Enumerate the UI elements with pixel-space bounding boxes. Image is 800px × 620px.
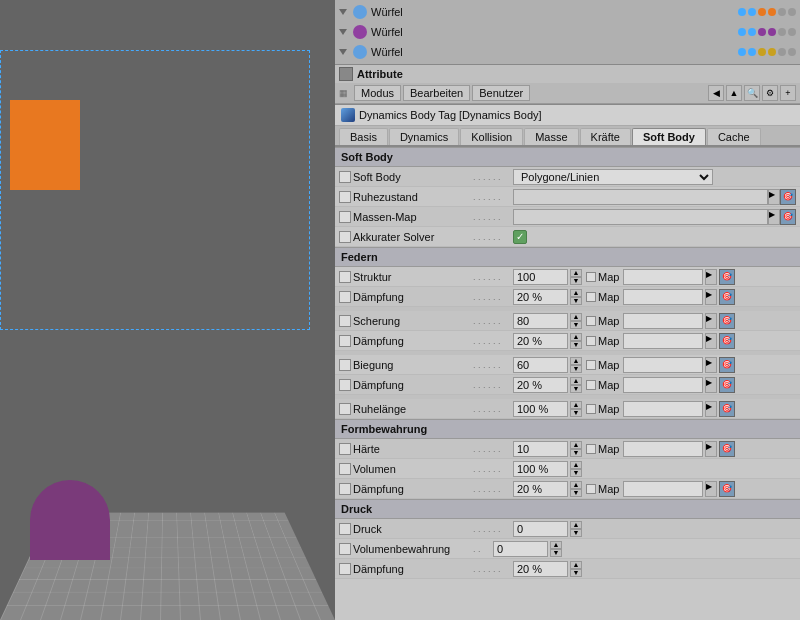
- map-btn1[interactable]: ▶: [705, 313, 717, 329]
- struktur-checkbox[interactable]: [339, 271, 351, 283]
- ruhelaenge-input[interactable]: [513, 401, 568, 417]
- map-checkbox[interactable]: [586, 444, 596, 454]
- dampfung4-checkbox[interactable]: [339, 483, 351, 495]
- volumenbewahrung-input[interactable]: [493, 541, 548, 557]
- tab-dynamics[interactable]: Dynamics: [389, 128, 459, 145]
- haerte-input[interactable]: [513, 441, 568, 457]
- map-btn1[interactable]: ▶: [705, 357, 717, 373]
- spin-down[interactable]: ▼: [570, 409, 582, 417]
- spin-down[interactable]: ▼: [550, 549, 562, 557]
- spin-down[interactable]: ▼: [570, 341, 582, 349]
- dampfung5-input[interactable]: [513, 561, 568, 577]
- map-input[interactable]: [623, 441, 703, 457]
- spin-up[interactable]: ▲: [570, 377, 582, 385]
- volumen-checkbox[interactable]: [339, 463, 351, 475]
- volumenbewahrung-checkbox[interactable]: [339, 543, 351, 555]
- list-item[interactable]: Würfel: [335, 42, 800, 62]
- ruhelaenge-checkbox[interactable]: [339, 403, 351, 415]
- dampfung1-input[interactable]: [513, 289, 568, 305]
- up-icon[interactable]: ▲: [726, 85, 742, 101]
- spin-down[interactable]: ▼: [570, 529, 582, 537]
- spin-down[interactable]: ▼: [570, 277, 582, 285]
- spin-down[interactable]: ▼: [570, 321, 582, 329]
- map-checkbox[interactable]: [586, 404, 596, 414]
- haerte-checkbox[interactable]: [339, 443, 351, 455]
- dampfung2-input[interactable]: [513, 333, 568, 349]
- ruhezustand-input[interactable]: [513, 189, 768, 205]
- map-btn1[interactable]: ▶: [705, 377, 717, 393]
- spin-up[interactable]: ▲: [570, 441, 582, 449]
- tab-kraefte[interactable]: Kräfte: [580, 128, 631, 145]
- tab-softbody[interactable]: Soft Body: [632, 128, 706, 145]
- spin-down[interactable]: ▼: [570, 569, 582, 577]
- settings-icon[interactable]: ⚙: [762, 85, 778, 101]
- map-btn2[interactable]: 🎯: [719, 289, 735, 305]
- benutzer-button[interactable]: Benutzer: [472, 85, 530, 101]
- map-input[interactable]: [623, 401, 703, 417]
- tab-basis[interactable]: Basis: [339, 128, 388, 145]
- scherung-checkbox[interactable]: [339, 315, 351, 327]
- map-btn2[interactable]: 🎯: [719, 481, 735, 497]
- map-btn2[interactable]: 🎯: [719, 377, 735, 393]
- dampfung5-checkbox[interactable]: [339, 563, 351, 575]
- map-input[interactable]: [623, 481, 703, 497]
- struktur-input[interactable]: [513, 269, 568, 285]
- map-checkbox[interactable]: [586, 272, 596, 282]
- map-btn1[interactable]: ▶: [705, 289, 717, 305]
- map-btn2[interactable]: 🎯: [719, 441, 735, 457]
- spin-up[interactable]: ▲: [570, 401, 582, 409]
- spin-down[interactable]: ▼: [570, 469, 582, 477]
- bearbeiten-button[interactable]: Bearbeiten: [403, 85, 470, 101]
- spin-up[interactable]: ▲: [570, 561, 582, 569]
- tab-masse[interactable]: Masse: [524, 128, 578, 145]
- map-input[interactable]: [623, 377, 703, 393]
- map-btn2[interactable]: 🎯: [719, 401, 735, 417]
- map-btn2[interactable]: 🎯: [719, 313, 735, 329]
- ruhezustand-btn2[interactable]: 🎯: [780, 189, 796, 205]
- map-input[interactable]: [623, 269, 703, 285]
- massen-map-input[interactable]: [513, 209, 768, 225]
- spin-down[interactable]: ▼: [570, 365, 582, 373]
- map-input[interactable]: [623, 289, 703, 305]
- softbody-checkbox[interactable]: [339, 171, 351, 183]
- dampfung1-checkbox[interactable]: [339, 291, 351, 303]
- massen-map-btn1[interactable]: ▶: [768, 209, 780, 225]
- map-btn2[interactable]: 🎯: [719, 357, 735, 373]
- search-icon[interactable]: 🔍: [744, 85, 760, 101]
- spin-down[interactable]: ▼: [570, 297, 582, 305]
- map-checkbox[interactable]: [586, 360, 596, 370]
- map-btn2[interactable]: 🎯: [719, 269, 735, 285]
- map-btn2[interactable]: 🎯: [719, 333, 735, 349]
- map-checkbox[interactable]: [586, 292, 596, 302]
- map-checkbox[interactable]: [586, 380, 596, 390]
- map-btn1[interactable]: ▶: [705, 481, 717, 497]
- back-icon[interactable]: ◀: [708, 85, 724, 101]
- map-input[interactable]: [623, 333, 703, 349]
- spin-up[interactable]: ▲: [570, 461, 582, 469]
- spin-up[interactable]: ▲: [570, 269, 582, 277]
- map-btn1[interactable]: ▶: [705, 269, 717, 285]
- spin-up[interactable]: ▲: [570, 521, 582, 529]
- scherung-input[interactable]: [513, 313, 568, 329]
- map-checkbox[interactable]: [586, 336, 596, 346]
- massen-map-checkbox[interactable]: [339, 211, 351, 223]
- map-input[interactable]: [623, 313, 703, 329]
- volumen-input[interactable]: [513, 461, 568, 477]
- map-btn1[interactable]: ▶: [705, 333, 717, 349]
- ruhezustand-btn1[interactable]: ▶: [768, 189, 780, 205]
- map-btn1[interactable]: ▶: [705, 401, 717, 417]
- spin-down[interactable]: ▼: [570, 385, 582, 393]
- spin-up[interactable]: ▲: [570, 357, 582, 365]
- spin-up[interactable]: ▲: [570, 481, 582, 489]
- map-checkbox[interactable]: [586, 484, 596, 494]
- softbody-select[interactable]: Polygone/Linien: [513, 169, 713, 185]
- dampfung3-checkbox[interactable]: [339, 379, 351, 391]
- spin-up[interactable]: ▲: [570, 333, 582, 341]
- biegung-input[interactable]: [513, 357, 568, 373]
- modus-button[interactable]: Modus: [354, 85, 401, 101]
- list-item[interactable]: Würfel: [335, 22, 800, 42]
- list-item[interactable]: Würfel: [335, 2, 800, 22]
- spin-down[interactable]: ▼: [570, 449, 582, 457]
- map-checkbox[interactable]: [586, 316, 596, 326]
- spin-up[interactable]: ▲: [570, 313, 582, 321]
